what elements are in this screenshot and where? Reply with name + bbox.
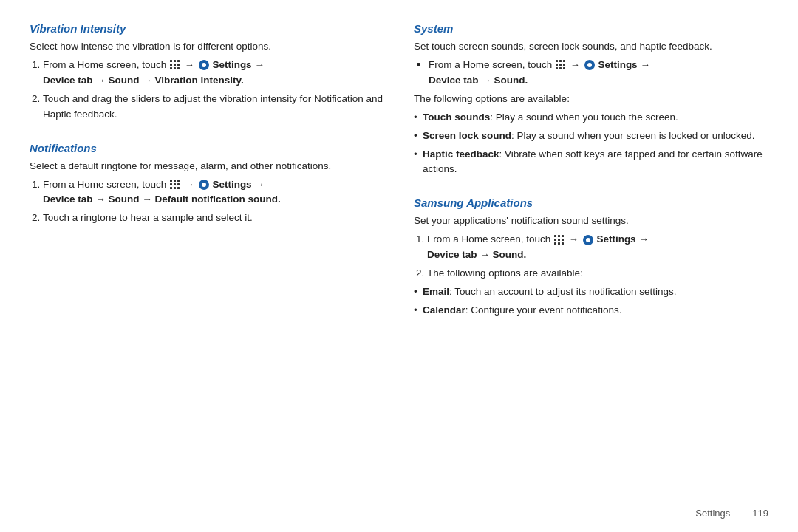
system-bullet-touch-bold: Touch sounds (423, 112, 490, 123)
system-bullet-screen-bold: Screen lock sound (423, 130, 511, 141)
samsung-bullet-email-text: : Touch an account to adjust its notific… (449, 286, 676, 297)
vibration-intensity-title: Vibration Intensity (30, 22, 384, 35)
settings-icon-4 (583, 235, 593, 245)
notifications-body: Select a default ringtone for message, a… (30, 159, 384, 227)
system-bullet-screen-text: : Play a sound when your screen is locke… (511, 130, 754, 141)
arrow-icon-2: → (185, 179, 194, 190)
samsung-step-1-path: Device tab → Sound. (427, 249, 526, 260)
system-bullet-touch: Touch sounds: Play a sound when you touc… (414, 110, 768, 126)
samsung-step-1-bold: Settings → (596, 233, 649, 245)
section-system: System Set touch screen sounds, screen l… (414, 22, 768, 180)
samsung-apps-body: Set your applications' notification soun… (414, 214, 768, 318)
arrow-icon-3: → (570, 59, 580, 70)
notifications-title: Notifications (30, 142, 384, 154)
vibration-step-1: From a Home screen, touch → Settings → D… (43, 58, 384, 89)
system-step-bold: Settings → (598, 59, 650, 70)
samsung-bullet-email-bold: Email (423, 286, 449, 297)
system-square-list: From a Home screen, touch → Settings → D… (417, 58, 768, 89)
apps-icon-3 (556, 60, 566, 70)
left-column: Vibration Intensity Select how intense t… (30, 22, 384, 517)
vibration-steps: From a Home screen, touch → Settings → D… (43, 58, 384, 123)
arrow-icon-4: → (569, 233, 579, 245)
notifications-step-1-path: Device tab → Sound → Default notificatio… (43, 194, 281, 205)
apps-icon-2 (170, 180, 180, 190)
apps-icon-4 (554, 235, 565, 245)
section-vibration-intensity: Vibration Intensity Select how intense t… (30, 22, 384, 126)
notifications-intro: Select a default ringtone for message, a… (30, 159, 384, 174)
notifications-step-2: Touch a ringtone to hear a sample and se… (43, 211, 384, 226)
footer-label: Settings (695, 508, 730, 519)
samsung-bullet-calendar: Calendar: Configure your event notificat… (414, 303, 768, 318)
footer-page: 119 (752, 508, 768, 519)
notifications-steps: From a Home screen, touch → Settings → D… (43, 177, 384, 227)
system-intro: Set touch screen sounds, screen lock sou… (414, 39, 768, 55)
samsung-apps-step-1: From a Home screen, touch → Settings → D… (427, 232, 768, 263)
samsung-bullet-calendar-bold: Calendar (423, 304, 466, 316)
section-notifications: Notifications Select a default ringtone … (30, 142, 384, 230)
system-bullet-haptic-bold: Haptic feedback (423, 149, 499, 160)
system-square-step: From a Home screen, touch → Settings → D… (417, 58, 768, 89)
system-step-path: Device tab → Sound. (429, 75, 528, 86)
settings-icon-3 (584, 60, 595, 70)
samsung-apps-bullets: Email: Touch an account to adjust its no… (414, 284, 768, 318)
vibration-intensity-body: Select how intense the vibration is for … (30, 39, 384, 123)
samsung-apps-step-2: The following options are available: (427, 266, 768, 282)
samsung-bullet-calendar-text: : Configure your event notifications. (466, 304, 622, 316)
samsung-apps-steps: From a Home screen, touch → Settings → D… (427, 232, 768, 282)
vibration-intro: Select how intense the vibration is for … (30, 39, 384, 55)
notifications-step-1: From a Home screen, touch → Settings → D… (43, 177, 384, 208)
vibration-step-1-path: Device tab → Sound → Vibration intensity… (43, 75, 244, 86)
system-bullet-touch-text: : Play a sound when you touch the screen… (490, 112, 678, 123)
system-bullets: Touch sounds: Play a sound when you touc… (414, 110, 768, 178)
system-following: The following options are available: (414, 92, 768, 107)
notifications-step-1-bold: Settings → (212, 179, 265, 190)
samsung-apps-title: Samsung Applications (414, 197, 768, 209)
footer: Settings 119 (695, 508, 768, 519)
apps-icon (170, 60, 180, 70)
samsung-bullet-email: Email: Touch an account to adjust its no… (414, 284, 768, 300)
page-layout: Vibration Intensity Select how intense t… (30, 22, 768, 517)
settings-icon (199, 60, 209, 70)
system-body: Set touch screen sounds, screen lock sou… (414, 39, 768, 177)
samsung-apps-intro: Set your applications' notification soun… (414, 214, 768, 229)
vibration-step-2: Touch and drag the sliders to adjust the… (43, 92, 384, 123)
arrow-icon: → (185, 59, 194, 70)
right-column: System Set touch screen sounds, screen l… (414, 22, 768, 517)
system-bullet-haptic: Haptic feedback: Vibrate when soft keys … (414, 147, 768, 178)
settings-icon-2 (199, 180, 209, 190)
vibration-step-1-bold: Settings → (212, 59, 265, 70)
system-bullet-screen: Screen lock sound: Play a sound when you… (414, 129, 768, 144)
section-samsung-apps: Samsung Applications Set your applicatio… (414, 197, 768, 321)
system-title: System (414, 22, 768, 35)
